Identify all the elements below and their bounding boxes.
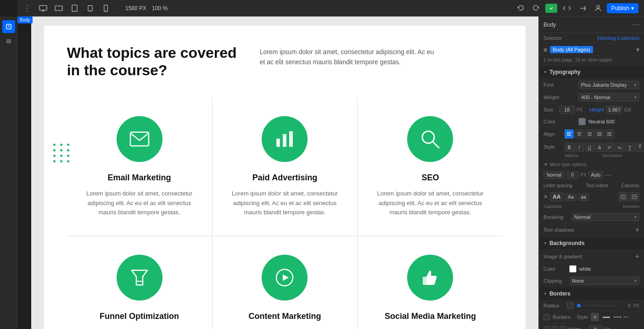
normal-tag-button[interactable]: Normal: [543, 171, 565, 179]
tablet-small-icon[interactable]: [84, 3, 96, 13]
subscript-button[interactable]: x₂: [615, 143, 624, 152]
font-chevron-icon: ▾: [634, 83, 637, 87]
tablet-icon[interactable]: [68, 3, 81, 13]
svg-point-12: [597, 6, 599, 8]
underline-button[interactable]: U: [585, 143, 594, 152]
breaking-label: Breaking: [543, 214, 569, 220]
weight-value-text: 400 - Normal: [581, 95, 610, 100]
svg-point-6: [74, 10, 75, 11]
clipping-value[interactable]: None ▾: [569, 277, 639, 285]
number-value[interactable]: 0: [566, 171, 578, 179]
superscript-button[interactable]: x²: [605, 143, 614, 152]
capitalize-label: Capitalize: [543, 204, 562, 209]
text-shadows-add-button[interactable]: +: [635, 226, 639, 234]
align-justify-button[interactable]: [595, 129, 604, 139]
font-value[interactable]: Plus Jakarta Display ▾: [578, 81, 639, 89]
radius-slider[interactable]: [576, 305, 618, 307]
strikethrough-button[interactable]: S: [595, 143, 604, 152]
breaking-chevron-icon: ▾: [634, 215, 637, 219]
menu-dots-icon[interactable]: ⋮: [23, 3, 31, 13]
radius-checkbox[interactable]: [567, 302, 573, 309]
content-marketing-title: Content Marketing: [248, 312, 321, 321]
normal-row-dots-icon[interactable]: ⋯: [605, 172, 611, 179]
bg-color-name: white: [579, 266, 591, 272]
borders-x-button[interactable]: ✕: [591, 313, 599, 321]
bg-color-swatch[interactable]: [569, 265, 577, 273]
font-value-text: Plus Jakarta Display: [581, 82, 627, 88]
canvas-size: 1580 PX: [125, 5, 146, 11]
border-width-checkbox[interactable]: [543, 326, 550, 329]
bold-button[interactable]: B: [565, 143, 574, 152]
border-width-checkbox2[interactable]: [552, 326, 558, 329]
publish-button[interactable]: Publish ▾: [607, 3, 638, 13]
text-shadows-row: Text shadows +: [539, 223, 644, 237]
svg-point-10: [105, 10, 106, 11]
selector-badge[interactable]: Body (All Pages): [550, 46, 593, 53]
border-dashed-icon: [614, 317, 621, 318]
size-input[interactable]: [559, 106, 575, 114]
normal-row: Normal 0 PX Auto ⋯: [539, 169, 644, 181]
share-button[interactable]: [577, 4, 589, 13]
email-icon-circle: [117, 116, 162, 162]
height-input[interactable]: [606, 106, 622, 114]
border-width-checkbox3[interactable]: [560, 326, 566, 329]
borders-section-header[interactable]: ▼ Borders: [539, 287, 644, 301]
monitor-icon[interactable]: [37, 3, 50, 13]
svg-rect-29: [423, 277, 426, 285]
abc-x-button[interactable]: ✕: [543, 194, 548, 200]
indent-right-button[interactable]: [629, 192, 639, 201]
typography-section-header[interactable]: ▼ Typography: [539, 66, 644, 79]
indent-left-button[interactable]: [618, 192, 628, 201]
badge-icon: ⊞: [543, 47, 547, 52]
badge-chevron-icon[interactable]: ▾: [636, 46, 639, 53]
border-solid-icon: [603, 317, 610, 318]
abc-AA-button[interactable]: AA: [550, 192, 563, 201]
border-width-input[interactable]: [588, 325, 602, 329]
svg-rect-19: [130, 132, 149, 146]
auto-tag-button[interactable]: Auto: [588, 171, 604, 179]
borders-all-checkbox[interactable]: [543, 314, 550, 320]
backgrounds-section-header[interactable]: ▼ Backgrounds: [539, 237, 644, 250]
badge-text: Body (All Pages): [553, 47, 590, 52]
weight-value[interactable]: 400 - Normal ▾: [578, 93, 639, 101]
svg-marker-28: [283, 274, 289, 281]
canvas-header: What topics are covered in the course? L…: [67, 44, 503, 79]
radius-unit: PX: [633, 303, 639, 308]
italic-button[interactable]: I: [575, 143, 584, 152]
svg-rect-21: [283, 134, 286, 147]
sidebar-layers-icon[interactable]: [2, 35, 15, 48]
align-right-button[interactable]: [585, 129, 594, 139]
align-center-button[interactable]: [575, 129, 584, 139]
panel-header: Body ⋯: [539, 17, 644, 33]
email-marketing-title: Email Marketing: [108, 173, 171, 183]
sidebar-pages-icon[interactable]: [2, 20, 15, 33]
breaking-value[interactable]: Normal ▾: [571, 213, 639, 221]
code-toggle-button[interactable]: [560, 4, 574, 12]
backgrounds-section-left: ▼ Backgrounds: [543, 240, 585, 246]
card-content-marketing: Content Marketing Lorem ipsum dolor sit …: [213, 236, 358, 329]
toolbar-icons: [37, 3, 112, 13]
color-swatch[interactable]: [578, 118, 586, 125]
image-gradient-add-button[interactable]: +: [635, 252, 639, 261]
redo-button[interactable]: [530, 4, 543, 13]
more-type-label[interactable]: More type options: [550, 162, 587, 167]
undo-button[interactable]: [514, 4, 527, 13]
image-gradient-row: Image & gradient +: [539, 250, 644, 263]
dot-pattern: [53, 144, 71, 162]
underline2-button[interactable]: T̅: [635, 143, 644, 152]
align-justify-alt-button[interactable]: [605, 129, 614, 139]
selector-label: Selector: [543, 35, 562, 41]
selector-row: Selector Inheriting 0 selectors: [539, 33, 644, 44]
body-tag-label: Body: [17, 17, 33, 23]
mobile-icon[interactable]: [99, 3, 112, 13]
borders-label: Borders: [549, 290, 571, 297]
align-left-button[interactable]: [565, 129, 574, 139]
abc-aa-button[interactable]: aa: [578, 193, 589, 201]
tablet-landscape-icon[interactable]: [52, 3, 65, 13]
abc-Aa-button[interactable]: Aa: [565, 193, 576, 201]
height-label: Height: [589, 107, 604, 112]
status-indicator: [545, 4, 557, 13]
decoration-button[interactable]: T̲: [625, 143, 634, 152]
panel-menu-icon[interactable]: ⋯: [632, 20, 639, 29]
ls-ti-col-row: Letter spacing Text indent Columns: [539, 181, 644, 190]
